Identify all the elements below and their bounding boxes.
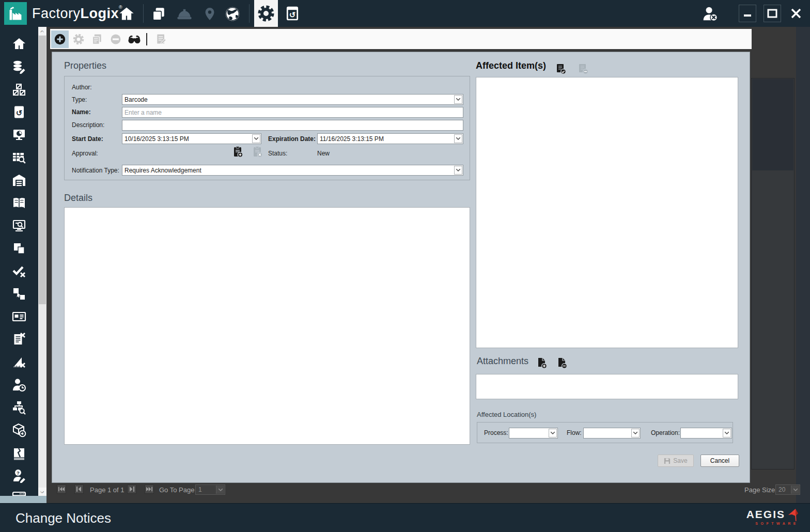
flow-label: Flow:	[567, 429, 582, 436]
type-select[interactable]: Barcode	[122, 94, 463, 105]
name-label: Name:	[72, 108, 91, 116]
settings-gear-icon[interactable]	[254, 0, 278, 27]
background-grid-header	[752, 79, 793, 170]
sidebar-package-damaged-icon[interactable]	[11, 445, 27, 461]
type-label: Type:	[72, 96, 87, 103]
revision-history-icon[interactable]: ↺	[284, 5, 301, 22]
sidebar-document-copy-icon[interactable]	[11, 241, 27, 256]
affected-items-add-icon[interactable]	[556, 64, 567, 75]
chevron-down-icon[interactable]	[723, 429, 731, 437]
sidebar-transfer-icon[interactable]	[11, 286, 27, 302]
affected-items-title: Affected Item(s)	[476, 60, 546, 71]
sidebar-document-history-icon[interactable]: ↺	[11, 104, 27, 120]
settings-button	[70, 30, 87, 48]
start-date-label: Start Date:	[72, 135, 103, 143]
globe-icon[interactable]	[224, 5, 241, 23]
sidebar-warehouse-icon[interactable]	[11, 173, 27, 188]
description-input[interactable]	[122, 120, 463, 131]
sidebar-id-card-icon[interactable]	[11, 309, 27, 324]
svg-text:?: ?	[17, 470, 20, 476]
sidebar-window-icon[interactable]	[11, 491, 27, 496]
chevron-down-icon[interactable]	[454, 166, 462, 175]
goto-page-select[interactable]: 1	[195, 484, 225, 495]
save-button: Save	[658, 455, 694, 467]
chevron-down-icon[interactable]	[549, 429, 557, 437]
attachment-remove-icon[interactable]	[557, 357, 568, 369]
sidebar-book-icon[interactable]	[11, 195, 27, 211]
affected-items-list[interactable]	[476, 77, 738, 348]
chevron-down-icon[interactable]	[252, 134, 260, 143]
attachments-list[interactable]	[476, 374, 738, 399]
notification-type-label: Notification Type:	[72, 167, 119, 174]
sidebar-check-x-icon[interactable]	[11, 263, 27, 279]
edit-document-button	[152, 30, 170, 48]
sidebar-dashboard-monitor-icon[interactable]	[11, 127, 27, 143]
sidebar-assembly-blocks-icon[interactable]	[11, 82, 27, 97]
toolbar-divider	[146, 33, 147, 45]
process-label: Process:	[484, 429, 508, 436]
scroll-up-icon[interactable]: ᨈ	[38, 27, 46, 35]
chevron-down-icon[interactable]	[454, 95, 462, 104]
details-title: Details	[64, 193, 92, 204]
chevron-down-icon[interactable]	[454, 134, 462, 143]
chevron-down-icon[interactable]	[216, 486, 224, 494]
last-page-button[interactable]	[145, 484, 154, 494]
sidebar-scrollbar[interactable]: ᨈ ᨆ	[38, 27, 46, 496]
name-input[interactable]	[122, 107, 463, 118]
process-select[interactable]	[509, 428, 558, 439]
sidebar-ruler-delete-icon[interactable]	[11, 354, 27, 370]
scroll-down-icon[interactable]: ᨆ	[38, 488, 46, 496]
sidebar-database-edit-icon[interactable]	[11, 59, 27, 74]
navigation-sidebar: ↺ ?	[0, 27, 38, 496]
affected-locations-groupbox: Process: Flow: Operation:	[477, 422, 733, 443]
properties-groupbox: Author: Type: Barcode Name: Description:…	[64, 76, 470, 180]
app-title: FactoryLogix®	[32, 5, 122, 22]
details-editor[interactable]	[64, 207, 470, 445]
first-page-button[interactable]	[57, 484, 66, 494]
status-label: Status:	[268, 150, 287, 157]
sidebar-person-time-icon[interactable]	[11, 377, 27, 393]
approval-label: Approval:	[72, 150, 98, 157]
notification-type-select[interactable]: Requires Acknowledgement	[122, 165, 463, 176]
divider	[249, 4, 250, 23]
sidebar-home-icon[interactable]	[11, 36, 27, 52]
find-button[interactable]	[126, 30, 143, 48]
affected-locations-title: Affected Location(s)	[477, 411, 536, 418]
chevron-down-icon[interactable]	[791, 486, 799, 494]
scrollbar-thumb[interactable]	[39, 36, 46, 304]
aegis-logo: AEGIS SOFTWARE	[746, 508, 799, 525]
previous-page-button[interactable]	[74, 484, 84, 494]
chevron-down-icon[interactable]	[631, 429, 640, 437]
user-disconnect-icon[interactable]	[702, 5, 719, 23]
sidebar-monitor-search-icon[interactable]	[11, 218, 27, 233]
sidebar-table-search-icon[interactable]	[11, 150, 27, 165]
svg-text:↺: ↺	[16, 108, 23, 117]
title-bar: FactoryLogix®	[0, 0, 810, 27]
home-icon[interactable]	[118, 5, 135, 23]
sidebar-corner-strip	[0, 496, 46, 503]
expiration-date-picker[interactable]: 11/16/2025 3:13:15 PM	[317, 133, 463, 144]
approval-add-icon[interactable]	[233, 146, 243, 158]
page-size-label: Page Size	[744, 486, 775, 494]
page-title: Change Notices	[15, 504, 111, 532]
minimize-button[interactable]	[739, 5, 756, 22]
properties-title: Properties	[64, 60, 106, 71]
sidebar-document-delete-icon[interactable]	[11, 332, 27, 347]
floppy-disk-icon	[664, 458, 671, 464]
documents-icon[interactable]	[150, 5, 167, 23]
factorylogix-window: FactoryLogix®	[0, 0, 810, 532]
expiration-date-label: Expiration Date:	[268, 135, 316, 143]
next-page-button[interactable]	[127, 484, 136, 494]
add-button[interactable]	[51, 30, 69, 48]
maximize-button[interactable]	[764, 5, 781, 22]
sidebar-person-question-edit-icon[interactable]: ?	[11, 468, 27, 483]
sidebar-hierarchy-search-icon[interactable]	[11, 400, 27, 415]
close-button[interactable]	[787, 5, 805, 22]
attachment-add-icon[interactable]	[537, 357, 548, 369]
cancel-button[interactable]: Cancel	[700, 455, 739, 467]
sidebar-package-add-icon[interactable]	[11, 423, 27, 438]
start-date-picker[interactable]: 10/16/2025 3:13:15 PM	[122, 133, 261, 144]
flow-select[interactable]	[583, 428, 641, 439]
page-size-select[interactable]: 20	[775, 484, 800, 495]
operation-select[interactable]	[680, 428, 732, 439]
